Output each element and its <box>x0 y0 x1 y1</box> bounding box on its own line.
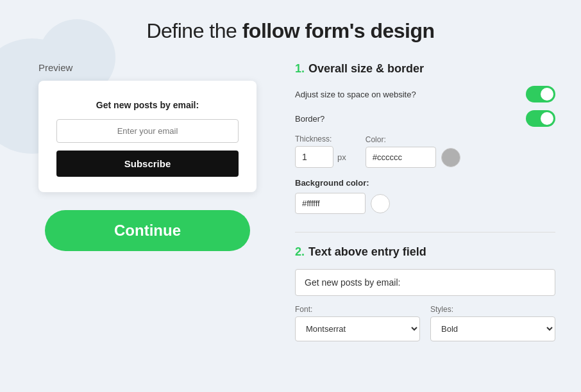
section-overall-size: 1. Overall size & border Adjust size to … <box>295 62 555 214</box>
adjust-size-row: Adjust size to space on website? <box>295 86 555 102</box>
border-row: Border? <box>295 110 555 127</box>
bg-color-swatch[interactable] <box>371 194 390 213</box>
font-select[interactable]: Montserrat Arial Georgia Verdana <box>295 316 420 341</box>
px-label: px <box>337 152 346 162</box>
thickness-color-row: Thickness: px Color: <box>295 135 555 168</box>
adjust-size-label: Adjust size to space on website? <box>295 90 416 99</box>
thickness-group: Thickness: px <box>295 135 346 168</box>
styles-field: Styles: Bold Regular Italic Bold Italic <box>430 305 555 341</box>
thickness-label: Thickness: <box>295 135 346 143</box>
border-label: Border? <box>295 114 324 124</box>
thickness-input-row: px <box>295 146 346 168</box>
continue-button[interactable]: Continue <box>45 210 250 251</box>
adjust-size-toggle[interactable] <box>526 86 555 102</box>
color-label: Color: <box>366 135 460 144</box>
bg-color-text-input[interactable] <box>295 193 366 214</box>
preview-card: Get new posts by email: Subscribe <box>38 81 257 192</box>
thickness-input[interactable] <box>295 146 333 168</box>
border-toggle[interactable] <box>526 110 555 127</box>
bg-color-input-row <box>295 193 555 214</box>
color-swatch[interactable] <box>441 148 460 167</box>
bg-color-label: Background color: <box>295 178 555 188</box>
preview-email-input[interactable] <box>56 119 239 143</box>
text-above-field-input[interactable] <box>295 269 555 296</box>
section1-heading: 1. Overall size & border <box>295 62 555 76</box>
preview-label: Preview <box>38 62 72 73</box>
section2-heading: 2. Text above entry field <box>295 245 555 259</box>
preview-subscribe-button[interactable]: Subscribe <box>56 151 239 177</box>
font-label: Font: <box>295 305 420 314</box>
bg-color-section: Background color: <box>295 178 555 214</box>
styles-label: Styles: <box>430 305 555 314</box>
section-divider <box>295 232 555 233</box>
color-text-input[interactable] <box>366 147 436 168</box>
right-panel: 1. Overall size & border Adjust size to … <box>295 62 555 359</box>
color-group: Color: <box>366 135 460 168</box>
left-panel: Preview Get new posts by email: Subscrib… <box>26 62 269 251</box>
preview-card-title: Get new posts by email: <box>56 100 239 110</box>
styles-select[interactable]: Bold Regular Italic Bold Italic <box>430 316 555 341</box>
font-field: Font: Montserrat Arial Georgia Verdana <box>295 305 420 341</box>
font-style-row: Font: Montserrat Arial Georgia Verdana S… <box>295 305 555 341</box>
page-title: Define the follow form's design <box>26 19 555 43</box>
section-text-above: 2. Text above entry field Font: Montserr… <box>295 245 555 341</box>
color-input-row <box>366 147 460 168</box>
